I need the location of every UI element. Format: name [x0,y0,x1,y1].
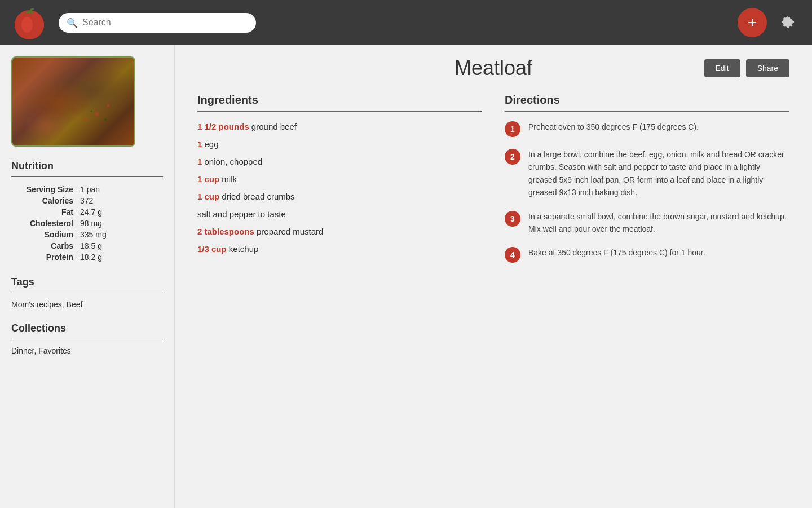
ingredient-amount: 1 cup [197,174,219,184]
step-text: Bake at 350 degrees F (175 degrees C) fo… [528,246,705,259]
ingredient-item: 1 cup milk [197,173,482,185]
recipe-title: Meatloaf [197,56,789,80]
ingredient-rest: onion, chopped [205,157,263,166]
sidebar: Nutrition Serving Size 1 pan Calories 37… [0,45,175,508]
recipe-main: Meatloaf Edit Share Ingredients 1 1/2 po… [175,45,812,508]
ingredients-divider [197,111,482,112]
ingredient-rest: milk [222,174,237,184]
search-input[interactable] [82,17,248,28]
nutrition-row: Sodium 335 mg [11,229,163,240]
tags-divider [11,293,163,293]
step-number: 3 [505,211,520,227]
nutrition-label: Serving Size [11,185,73,194]
direction-step: 2 In a large bowl, combine the beef, egg… [505,148,789,199]
nutrition-row: Fat 24.7 g [11,206,163,218]
ingredients-column: Ingredients 1 1/2 pounds ground beef 1 e… [197,94,482,274]
direction-step: 1 Preheat oven to 350 degrees F (175 deg… [505,121,789,137]
recipe-image-container [11,56,135,147]
ingredient-amount: 1 1/2 pounds [197,122,249,131]
nutrition-divider [11,176,163,177]
nutrition-title: Nutrition [11,160,163,172]
share-button[interactable]: Share [746,59,789,77]
nutrition-value: 18.5 g [73,241,163,250]
nutrition-label: Calories [11,196,73,205]
directions-divider [505,111,789,112]
collections-title: Collections [11,323,163,334]
recipe-columns: Ingredients 1 1/2 pounds ground beef 1 e… [197,94,789,274]
nutrition-section: Nutrition Serving Size 1 pan Calories 37… [11,160,163,263]
search-icon: 🔍 [67,17,78,28]
directions-title: Directions [505,94,789,107]
step-number: 2 [505,149,520,165]
ingredient-amount: 1/3 cup [197,244,227,254]
step-number: 4 [505,247,520,263]
step-text: Preheat oven to 350 degrees F (175 degre… [528,121,699,133]
nutrition-row: Protein 18.2 g [11,251,163,263]
main-content: Nutrition Serving Size 1 pan Calories 37… [0,45,812,508]
ingredient-item: 1 cup dried bread crumbs [197,191,482,202]
ingredient-item: 1 1/2 pounds ground beef [197,121,482,132]
edit-button[interactable]: Edit [704,59,740,77]
nutrition-row: Serving Size 1 pan [11,184,163,195]
recipe-header: Meatloaf Edit Share [197,56,789,80]
ingredient-amount: 1 [197,157,202,166]
nutrition-label: Protein [11,253,73,262]
recipe-actions: Edit Share [704,59,789,77]
ingredient-rest: dried bread crumbs [222,192,294,201]
nutrition-row: Carbs 18.5 g [11,240,163,251]
nutrition-label: Fat [11,207,73,217]
nutrition-row: Cholesterol 98 mg [11,218,163,229]
header: 🔍 + [0,0,812,45]
ingredient-amount: 1 cup [197,192,219,201]
ingredient-item: 1 egg [197,138,482,150]
logo [11,5,47,41]
step-text: In a large bowl, combine the beef, egg, … [528,148,789,199]
nutrition-table: Serving Size 1 pan Calories 372 Fat 24.7… [11,184,163,263]
ingredient-item: 1/3 cup ketchup [197,243,482,255]
tags-section: Tags Mom's recipes, Beef [11,276,163,309]
ingredient-rest: prepared mustard [257,227,323,236]
svg-point-2 [21,17,33,33]
ingredient-amount: 2 tablespoons [197,227,254,236]
nutrition-value: 98 mg [73,219,163,228]
nutrition-value: 372 [73,196,163,205]
nutrition-label: Carbs [11,241,73,250]
nutrition-row: Calories 372 [11,195,163,206]
nutrition-value: 18.2 g [73,253,163,262]
ingredient-rest: salt and pepper to taste [197,209,286,219]
collections-value: Dinner, Favorites [11,346,163,355]
collections-divider [11,339,163,339]
add-recipe-button[interactable]: + [738,8,767,37]
ingredient-item: 2 tablespoons prepared mustard [197,226,482,237]
search-container: 🔍 [59,13,256,33]
step-number: 1 [505,121,520,137]
nutrition-label: Cholesterol [11,219,73,228]
nutrition-label: Sodium [11,230,73,239]
step-text: In a separate small bowl, combine the br… [528,210,789,236]
settings-button[interactable] [776,10,801,35]
tags-title: Tags [11,276,163,288]
ingredients-title: Ingredients [197,94,482,107]
nutrition-value: 1 pan [73,185,163,194]
direction-step: 4 Bake at 350 degrees F (175 degrees C) … [505,246,789,263]
header-actions: + [738,8,801,37]
ingredient-rest: egg [205,139,219,149]
ingredient-rest: ketchup [229,244,259,254]
ingredient-rest: ground beef [251,122,297,131]
direction-step: 3 In a separate small bowl, combine the … [505,210,789,236]
directions-column: Directions 1 Preheat oven to 350 degrees… [505,94,789,274]
ingredient-item: 1 onion, chopped [197,156,482,167]
ingredient-amount: 1 [197,139,202,149]
ingredient-item: salt and pepper to taste [197,208,482,220]
collections-section: Collections Dinner, Favorites [11,323,163,355]
nutrition-value: 335 mg [73,230,163,239]
tags-value: Mom's recipes, Beef [11,300,163,309]
nutrition-value: 24.7 g [73,207,163,217]
recipe-image [12,58,134,145]
